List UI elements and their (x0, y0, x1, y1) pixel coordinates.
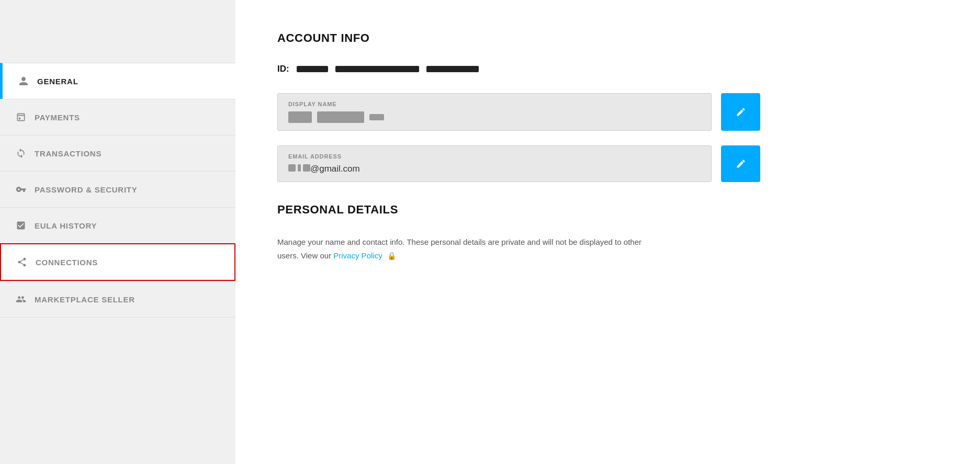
sidebar-item-payments[interactable]: PAYMENTS (0, 99, 235, 135)
edit-display-name-button[interactable] (721, 93, 760, 131)
display-name-value (288, 111, 701, 123)
sidebar-item-transactions[interactable]: TRANSACTIONS (0, 135, 235, 171)
sidebar-item-connections[interactable]: CONNECTIONS (0, 243, 235, 281)
display-name-label: DISPLAY NAME (288, 101, 701, 107)
sidebar-item-eula-history-label: EULA HISTORY (35, 221, 97, 230)
main-content: ACCOUNT INFO ID: DISPLAY NAME EMAIL ADDR… (235, 0, 980, 464)
personal-details-section: PERSONAL DETAILS Manage your name and co… (277, 203, 938, 262)
person-icon (17, 75, 30, 87)
sidebar-item-general-label: GENERAL (37, 77, 78, 86)
id-label: ID: (277, 64, 289, 74)
id-value-block-1 (297, 66, 328, 72)
pencil-icon-email (736, 159, 746, 169)
id-value-block-2 (335, 66, 419, 72)
sidebar-item-password-security[interactable]: PASSWORD & SECURITY (0, 171, 235, 207)
display-name-row: DISPLAY NAME (277, 93, 938, 131)
display-name-block-2 (317, 111, 364, 123)
display-name-field-box: DISPLAY NAME (277, 93, 712, 131)
transactions-icon (15, 147, 27, 160)
payments-icon (15, 111, 27, 123)
email-address-value: @gmail.com (288, 164, 701, 174)
email-prefix-block (288, 164, 310, 172)
lock-icon: 🔒 (387, 250, 396, 263)
personal-details-title: PERSONAL DETAILS (277, 203, 938, 217)
email-at-gmail: @gmail.com (310, 164, 360, 174)
pencil-icon (736, 107, 746, 117)
display-name-block-1 (288, 111, 312, 123)
id-value-block-3 (426, 66, 479, 72)
edit-email-button[interactable] (721, 145, 760, 182)
sidebar-item-transactions-label: TRANSACTIONS (35, 149, 102, 158)
display-name-block-3 (369, 114, 384, 120)
sidebar-item-payments-label: PAYMENTS (35, 113, 80, 122)
email-address-row: EMAIL ADDRESS @gmail.com (277, 145, 938, 182)
sidebar-item-marketplace-seller-label: MARKETPLACE SELLER (35, 295, 135, 304)
email-address-label: EMAIL ADDRESS (288, 153, 701, 160)
sidebar: GENERAL PAYMENTS TRANSACTIONS PASSWORD &… (0, 0, 235, 464)
email-address-field-box: EMAIL ADDRESS @gmail.com (277, 145, 712, 182)
account-info-title: ACCOUNT INFO (277, 31, 938, 45)
sidebar-item-eula-history[interactable]: EULA HISTORY (0, 207, 235, 243)
personal-details-text: Manage your name and contact info. These… (277, 235, 644, 262)
eula-icon (15, 219, 27, 232)
id-row: ID: (277, 64, 938, 74)
sidebar-item-connections-label: CONNECTIONS (36, 258, 98, 267)
sidebar-item-general[interactable]: GENERAL (0, 63, 235, 99)
sidebar-item-marketplace-seller[interactable]: MARKETPLACE SELLER (0, 281, 235, 318)
privacy-policy-link[interactable]: Privacy Policy (333, 251, 382, 260)
seller-icon (15, 293, 27, 305)
connections-icon (16, 256, 28, 268)
sidebar-item-password-security-label: PASSWORD & SECURITY (35, 185, 137, 194)
personal-details-body: Manage your name and contact info. These… (277, 237, 641, 260)
key-icon (15, 183, 27, 196)
